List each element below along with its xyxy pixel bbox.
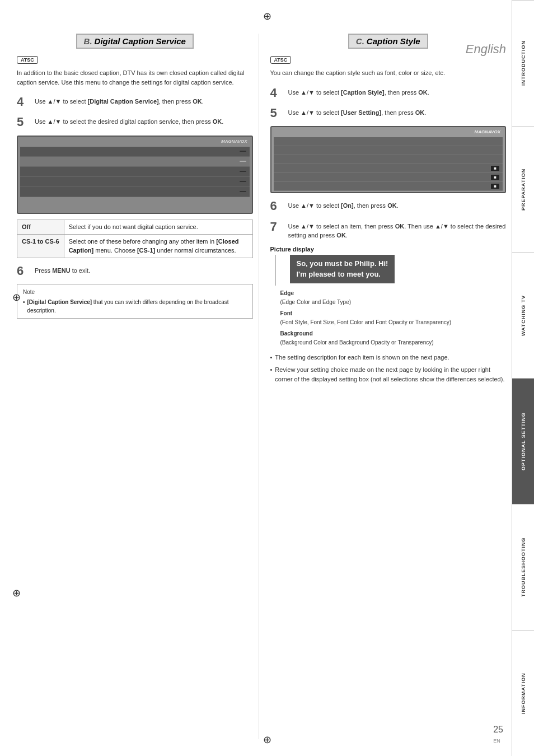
left-step6-text: Press MENU to exit. xyxy=(35,264,90,276)
tv-menu-left xyxy=(20,147,250,197)
picture-labels: Edge (Edge Color and Edge Type) Font (Fo… xyxy=(276,289,507,347)
caption-row: ■ xyxy=(274,182,503,191)
main-content: B.Digital Caption Service ATSC In additi… xyxy=(17,34,506,739)
right-step5-text: Use ▲/▼ to select [User Setting], then p… xyxy=(288,106,427,118)
right-sidebar: INTRODUCTION PREPARATION WATCHING TV OPT… xyxy=(512,0,534,756)
left-step4: 4 Use ▲/▼ to select [Digital Caption Ser… xyxy=(17,95,253,109)
table-row-off: Off Select if you do not want digital ca… xyxy=(17,220,253,234)
left-step4-num: 4 xyxy=(17,95,32,109)
left-step5-text: Use ▲/▼ to select the desired digital ca… xyxy=(35,115,223,127)
option-desc-off: Select if you do not want digital captio… xyxy=(64,220,252,234)
table-row-cs: CS-1 to CS-6 Select one of these before … xyxy=(17,235,253,258)
caption-text-box: So, you must be Philip. Hi! I'm pleased … xyxy=(290,255,395,283)
left-column: B.Digital Caption Service ATSC In additi… xyxy=(17,34,259,739)
right-step7-text: Use ▲/▼ to select an item, then press OK… xyxy=(288,220,507,240)
right-step4: 4 Use ▲/▼ to select [Caption Style], the… xyxy=(270,86,507,100)
note-bullet: [Digital Caption Service] that you can s… xyxy=(23,298,247,315)
right-column: C.Caption Style ATSC You can change the … xyxy=(265,34,507,739)
caption-tv-menu: ■ ■ ■ xyxy=(274,137,503,191)
caption-row: ■ xyxy=(274,164,503,173)
right-step6-text: Use ▲/▼ to select [On], then press OK. xyxy=(288,199,399,211)
picture-display: Picture display So, you must be Philip. … xyxy=(270,246,507,347)
caption-line2: I'm pleased to meet you. xyxy=(297,270,381,278)
sidebar-item-optional-setting: OPTIONAL SETTING xyxy=(512,378,534,504)
option-key-cs: CS-1 to CS-6 xyxy=(17,235,64,258)
options-table: Off Select if you do not want digital ca… xyxy=(17,220,253,258)
bullet-points: The setting description for each item is… xyxy=(270,353,507,384)
sidebar-item-introduction: INTRODUCTION xyxy=(512,0,534,126)
font-label-row: Font (Font Style, Font Size, Font Color … xyxy=(280,309,507,327)
right-intro-text: You can change the caption style such as… xyxy=(270,68,507,78)
edge-label-row: Edge (Edge Color and Edge Type) xyxy=(280,289,507,307)
note-box: Note [Digital Caption Service] that you … xyxy=(17,284,253,319)
page-number: 25 EN xyxy=(493,725,503,745)
tv-menu-row xyxy=(20,147,250,157)
background-label-row: Background (Background Color and Backgro… xyxy=(280,329,507,347)
right-step4-text: Use ▲/▼ to select [Caption Style], then … xyxy=(288,86,429,97)
caption-line1: So, you must be Philip. Hi! xyxy=(297,259,388,268)
caption-row xyxy=(274,137,503,146)
picture-display-title: Picture display xyxy=(270,246,507,253)
caption-tv-brand: MAGNAVOX xyxy=(474,129,500,134)
reg-mark-top: ⊕ xyxy=(263,10,271,22)
option-desc-cs: Select one of these before changing any … xyxy=(64,235,252,258)
right-step7-num: 7 xyxy=(270,220,286,234)
caption-row: ■ xyxy=(274,173,503,182)
tv-menu-row xyxy=(20,187,250,197)
section-b-title: B.Digital Caption Service xyxy=(76,34,194,49)
right-step6: 6 Use ▲/▼ to select [On], then press OK. xyxy=(270,199,507,213)
sidebar-item-information: INFORMATION xyxy=(512,630,534,756)
left-step6: 6 Press MENU to exit. xyxy=(17,264,253,278)
right-step7: 7 Use ▲/▼ to select an item, then press … xyxy=(270,220,507,240)
section-c-title: C.Caption Style xyxy=(348,34,428,49)
sidebar-item-watching-tv: WATCHING TV xyxy=(512,252,534,378)
atsc-badge-left: ATSC xyxy=(17,56,38,64)
bullet-2: Review your setting choice made on the n… xyxy=(270,365,507,384)
tv-brand-left: MAGNAVOX xyxy=(221,139,247,144)
right-step6-num: 6 xyxy=(270,199,286,213)
note-title: Note xyxy=(23,288,247,296)
option-key-off: Off xyxy=(17,220,64,234)
tv-menu-row xyxy=(20,167,250,177)
tv-screen-left: MAGNAVOX xyxy=(17,136,253,214)
caption-row xyxy=(274,146,503,155)
sidebar-item-preparation: PREPARATION xyxy=(512,126,534,252)
right-step5: 5 Use ▲/▼ to select [User Setting], then… xyxy=(270,106,507,120)
left-step6-num: 6 xyxy=(17,264,32,278)
tv-menu-row-selected xyxy=(20,157,250,167)
left-step4-text: Use ▲/▼ to select [Digital Caption Servi… xyxy=(35,95,204,106)
page-en: EN xyxy=(493,738,500,744)
section-b-letter: B. xyxy=(84,36,92,46)
atsc-badge-right: ATSC xyxy=(270,56,292,64)
bullet-1: The setting description for each item is… xyxy=(270,353,507,362)
left-step5-num: 5 xyxy=(17,115,32,129)
right-step5-num: 5 xyxy=(270,106,286,120)
right-step4-num: 4 xyxy=(270,86,286,100)
left-intro-text: In addition to the basic closed caption,… xyxy=(17,68,253,87)
sidebar-item-troubleshooting: TROUBLESHOOTING xyxy=(512,504,534,630)
tv-menu-row xyxy=(20,177,250,187)
section-c-letter: C. xyxy=(356,36,364,46)
left-step5: 5 Use ▲/▼ to select the desired digital … xyxy=(17,115,253,129)
caption-tv-screen: MAGNAVOX ■ xyxy=(270,126,507,193)
caption-row xyxy=(274,155,503,164)
